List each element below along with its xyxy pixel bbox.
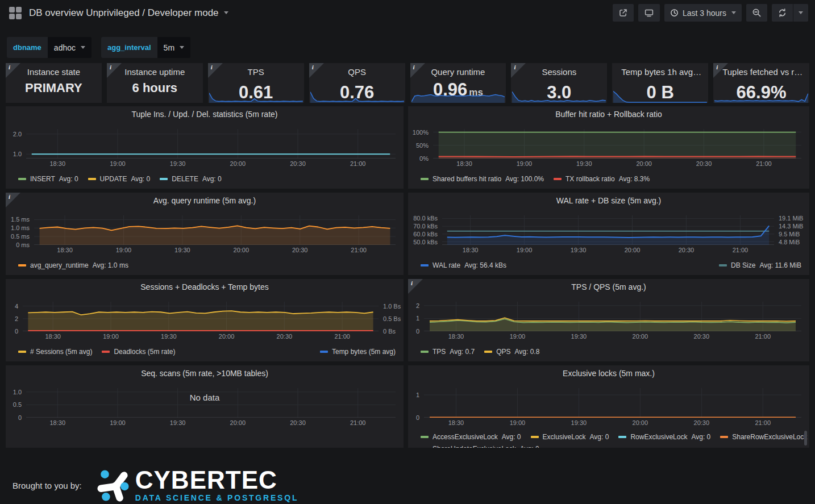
stat-panel-sessions: iSessions3.0 — [511, 63, 607, 103]
legend-item-sharerowexclusivelock[interactable]: ShareRowExclusiveLockAvg: 0 — [720, 433, 809, 441]
variable-agg-interval-value[interactable]: 5m — [157, 37, 190, 58]
legend-series-swatch — [160, 178, 168, 180]
y-axis-label: 1 — [416, 391, 419, 398]
legend-item-update[interactable]: UPDATEAvg: 0 — [88, 175, 151, 183]
variable-dbname-label: dbname — [7, 37, 48, 58]
share-button[interactable] — [613, 4, 634, 22]
legend-item-temp-bytes-5m-avg-[interactable]: Temp bytes (5m avg) — [320, 348, 396, 356]
legend-item-tps[interactable]: TPSAvg: 0.7 — [421, 348, 475, 356]
panel-info-icon[interactable]: i — [408, 279, 423, 294]
legend-item-insert[interactable]: INSERTAvg: 0 — [18, 175, 78, 183]
x-axis-label: 20:00 — [633, 419, 648, 426]
panel-title[interactable]: Tuple Ins. / Upd. / Del. statistics (5m … — [6, 110, 404, 119]
legend-item-rowexclusivelock[interactable]: RowExclusiveLockAvg: 0 — [618, 433, 710, 441]
legend-item-avg-query-runtime[interactable]: avg_query_runtimeAvg: 1.0 ms — [18, 261, 128, 269]
x-axis-label: 19:30 — [571, 419, 587, 426]
legend-item-delete[interactable]: DELETEAvg: 0 — [160, 175, 222, 183]
legend-item-deadlocks-5m-rate-[interactable]: Deadlocks (5m rate) — [102, 348, 175, 356]
legend-series-swatch — [484, 351, 492, 353]
y-axis-label: 2.0 — [13, 131, 22, 138]
legend-series-avg: Avg: 0 — [691, 433, 710, 441]
x-axis-label: 20:30 — [290, 419, 306, 426]
variable-dbname[interactable]: dbname adhoc — [7, 37, 92, 58]
plot-area — [424, 302, 801, 331]
plot-area — [442, 215, 774, 245]
legend-item-shared-buffers-hit-ratio[interactable]: Shared buffers hit ratioAvg: 100.0% — [421, 175, 544, 183]
panel-info-icon[interactable]: i — [6, 63, 20, 78]
legend-item-exclusivelock[interactable]: ExclusiveLockAvg: 0 — [531, 433, 609, 441]
x-axis-label: 19:00 — [510, 333, 526, 340]
legend-row: ShareUpdateExclusiveLockAvg: 0 — [421, 443, 801, 448]
panel-info-icon[interactable]: i — [410, 63, 425, 78]
legend: # Sessions (5m avg)Deadlocks (5m rate)Te… — [18, 345, 396, 357]
y-axis-label: 4 — [15, 303, 18, 310]
legend-group-left: TPSAvg: 0.7QPSAvg: 0.8 — [421, 348, 539, 356]
x-axis-label: 21:00 — [756, 160, 772, 167]
chevron-down-icon — [731, 11, 736, 14]
legend-series-avg: Avg: 11.6 MiB — [759, 261, 801, 269]
stat-value: 0.61 — [208, 82, 304, 103]
panel-info-icon[interactable]: i — [511, 63, 526, 78]
legend-item-qps[interactable]: QPSAvg: 0.8 — [484, 348, 539, 356]
panel-info-icon[interactable]: i — [107, 63, 122, 78]
zoom-out-button[interactable] — [746, 4, 767, 22]
plot-area — [424, 388, 801, 418]
brand-name: CYBERTEC — [135, 469, 299, 491]
cybertec-logo: CYBERTEC DATA SCIENCE & POSTGRESQL — [96, 468, 299, 502]
panel-title[interactable]: Avg. query runtime (5m avg.) — [6, 196, 404, 205]
legend-series-swatch — [18, 264, 26, 266]
chevron-down-icon — [799, 11, 803, 14]
refresh-interval-button[interactable] — [793, 4, 808, 22]
panel-info-icon[interactable]: i — [309, 63, 324, 78]
legend-series-label: ExclusiveLock — [543, 433, 586, 441]
panel-title[interactable]: Sessions + Deadlocks + Temp bytes — [6, 282, 404, 291]
legend-item-shareupdateexclusivelock[interactable]: ShareUpdateExclusiveLockAvg: 0 — [421, 445, 539, 448]
panel-info-icon[interactable]: i — [6, 193, 20, 207]
legend-group-right: DB SizeAvg: 11.6 MiB — [719, 261, 801, 269]
refresh-button[interactable] — [772, 4, 793, 22]
legend: Shared buffers hit ratioAvg: 100.0%TX ro… — [421, 173, 801, 185]
legend-item-db-size[interactable]: DB SizeAvg: 11.6 MiB — [719, 261, 801, 269]
legend-item-accessexclusivelock[interactable]: AccessExclusiveLockAvg: 0 — [421, 433, 521, 441]
stat-panel-tps: iTPS0.61 — [208, 63, 304, 103]
panel-title[interactable]: Buffer hit ratio + Rollback ratio — [408, 110, 809, 119]
zoom-out-icon — [752, 8, 762, 18]
y-axis-label: 0.5 ms — [11, 233, 30, 240]
stat-title[interactable]: Temp bytes 1h avg… — [612, 67, 708, 77]
x-axis-label: 18:30 — [448, 419, 464, 426]
legend-series-label: INSERT — [30, 175, 55, 183]
x-axis-label: 19:30 — [161, 333, 177, 340]
time-range-button[interactable]: Last 3 hours — [664, 4, 742, 22]
panel-title[interactable]: WAL rate + DB size (5m avg.) — [408, 196, 809, 205]
chevron-down-icon — [180, 46, 184, 49]
panel-info-icon[interactable]: i — [713, 63, 728, 78]
legend-item-tx-rollback-ratio[interactable]: TX rollback ratioAvg: 8.3% — [554, 175, 650, 183]
variable-dbname-value[interactable]: adhoc — [48, 37, 92, 58]
x-axis-label: 19:30 — [576, 160, 592, 167]
cycle-view-button[interactable] — [638, 4, 660, 22]
legend-series-swatch — [421, 178, 429, 180]
stat-value: 0.76 — [309, 82, 405, 103]
dashboard-title[interactable]: DB overview Unprivileged / Developer mod… — [29, 7, 219, 19]
x-axis: 18:3019:0019:3020:0020:3021:00 — [23, 333, 379, 341]
legend-series-swatch — [421, 436, 429, 438]
grafana-apps-icon[interactable] — [9, 7, 22, 19]
legend-scrollbar[interactable] — [804, 431, 807, 445]
x-axis-label: 19:30 — [170, 160, 186, 167]
panel-title[interactable]: Seq. scans (5m rate, >10MB tables) — [6, 369, 404, 378]
x-axis-label: 20:00 — [234, 247, 250, 253]
chevron-down-icon[interactable] — [224, 11, 228, 14]
stat-value-unit: ms — [469, 87, 483, 98]
variable-agg-interval[interactable]: agg_interval 5m — [101, 37, 190, 58]
panel-title[interactable]: TPS / QPS (5m avg.) — [408, 282, 809, 291]
brand-tagline: DATA SCIENCE & POSTGRESQL — [135, 493, 299, 502]
y-axis-label: 0 — [416, 328, 419, 335]
legend-series-swatch — [320, 351, 328, 353]
footer: Brought to you by: CYBERTEC DATA SCIENCE… — [13, 468, 815, 502]
panel-title[interactable]: Exclusive locks (5m max.) — [408, 369, 809, 378]
legend-item--sessions-5m-avg-[interactable]: # Sessions (5m avg) — [18, 348, 92, 356]
legend-series-label: Temp bytes (5m avg) — [332, 348, 396, 356]
panel-info-icon[interactable]: i — [208, 63, 223, 78]
x-axis-label: 18:30 — [57, 247, 73, 253]
legend-item-wal-rate[interactable]: WAL rateAvg: 56.4 kBs — [421, 261, 506, 269]
